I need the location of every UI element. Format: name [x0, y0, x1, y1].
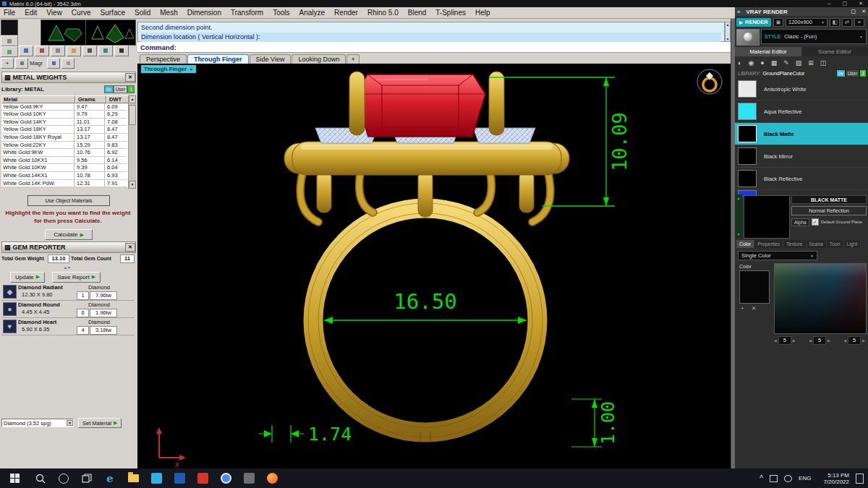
add-button[interactable]: + — [1, 58, 14, 69]
material-row[interactable]: Aqua Reflective — [735, 100, 868, 123]
style-thumbnail[interactable] — [736, 29, 760, 46]
menu-surface[interactable]: Surface — [101, 9, 125, 17]
tab-material-editor[interactable]: Material Editor — [735, 47, 801, 56]
checker-icon[interactable]: ▨ — [796, 59, 802, 67]
tool-button[interactable] — [1, 35, 18, 46]
material-row[interactable]: Black Mirror — [735, 145, 868, 168]
pencil-icon[interactable]: ✎ — [783, 59, 789, 67]
table-row[interactable]: White Gold:10KW9.396.04 — [1, 164, 136, 172]
dropdown-icon[interactable]: ▼ — [190, 67, 193, 72]
main-viewport[interactable]: Through Finger ▼ — [137, 64, 731, 468]
tool-button[interactable] — [51, 46, 65, 56]
table-row[interactable]: Yellow Gold:14KY11.017.08 — [1, 119, 136, 127]
tool-button[interactable] — [1, 46, 18, 57]
tab-perspective[interactable]: Perspective — [140, 54, 187, 64]
menu-tsplines[interactable]: T-Splines — [435, 9, 466, 17]
tool-button[interactable] — [114, 46, 129, 56]
toggle-user[interactable]: User — [846, 69, 860, 77]
menu-solid[interactable]: Solid — [135, 9, 150, 17]
material-row-selected[interactable]: Black Matte — [735, 123, 868, 145]
tab-scene-editor[interactable]: Scene Editor — [801, 47, 868, 56]
resolution-select[interactable]: 1200x900 ▼ — [786, 18, 827, 27]
tab-light[interactable]: Light — [844, 240, 861, 248]
material-row[interactable]: Anisotropic White — [735, 78, 868, 100]
table-row[interactable]: Yellow Gold:9KY9.476.09 — [1, 103, 136, 111]
r-spinner[interactable]: ◀5▶ — [774, 336, 796, 345]
toggle-0v[interactable]: 0v — [836, 69, 846, 77]
tool-button[interactable] — [82, 46, 97, 56]
toggle-user[interactable]: User — [114, 85, 128, 93]
scroll-thumb[interactable] — [129, 105, 136, 125]
close-metal-weights-icon[interactable]: ✕ — [125, 73, 135, 82]
color-gradient-picker[interactable] — [774, 263, 867, 334]
table-row[interactable]: White Gold:9KW10.766.92 — [1, 149, 136, 157]
cortana-button[interactable] — [52, 468, 75, 488]
table-scrollbar[interactable]: ▲ ▼ — [128, 95, 136, 189]
gem-list-item[interactable]: ◆ Diamond Radiant Diamond 12.30 X 9.80 1… — [1, 283, 135, 301]
grid-icon[interactable]: ▦ — [771, 59, 778, 67]
dock-icon[interactable]: ▢ — [851, 9, 856, 14]
tool-button[interactable] — [98, 46, 113, 56]
metal-weights-header[interactable]: ▤ METAL WEIGHTS ✕ — [1, 72, 136, 83]
tool-button-dark[interactable] — [1, 20, 18, 35]
material-preview[interactable] — [744, 195, 790, 239]
clock[interactable]: 5:13 PM 7/20/2022 — [823, 472, 849, 485]
language-indicator[interactable]: ENG — [799, 475, 811, 481]
history-icon[interactable]: ≡ — [854, 18, 864, 27]
menu-transform[interactable]: Transform — [231, 9, 263, 17]
menu-view[interactable]: View — [46, 9, 62, 17]
scroll-down-icon[interactable]: ▼ — [726, 37, 730, 41]
maximize-button[interactable]: ▢ — [843, 1, 848, 7]
tab-properties[interactable]: Properties — [754, 240, 783, 248]
menu-curve[interactable]: Curve — [72, 9, 91, 17]
refresh-icon[interactable]: ⇄ — [842, 18, 852, 27]
table-row[interactable]: White Gold:14K PdW12.317.91 — [1, 180, 136, 188]
command-history[interactable]: Second dimension point. Dimension locati… — [137, 22, 725, 42]
tool-button[interactable] — [19, 46, 33, 56]
word-taskbar-icon[interactable] — [168, 468, 191, 488]
splitter-up-icon[interactable]: ▲ — [737, 196, 741, 200]
color-mode-select[interactable]: Single Color ▼ — [738, 251, 817, 260]
normal-reflection-select[interactable]: Normal Reflection — [791, 206, 867, 215]
menu-render[interactable]: Render — [334, 9, 358, 17]
add-material-icon[interactable]: ⊞ — [808, 59, 814, 67]
tab-toon[interactable]: Toon — [827, 240, 844, 248]
chrome-taskbar-icon[interactable] — [214, 468, 237, 488]
firefox-taskbar-icon[interactable] — [260, 468, 284, 488]
menu-edit[interactable]: Edit — [25, 9, 37, 17]
eye-icon[interactable]: ◉ — [748, 59, 754, 67]
menu-dimension[interactable]: Dimension — [187, 9, 221, 17]
table-row[interactable]: Yellow Gold:22KY15.299.83 — [1, 142, 136, 150]
toggle-1[interactable]: 1 — [127, 85, 135, 93]
col-dwt[interactable]: DWT — [106, 95, 129, 103]
preview-splitter[interactable]: ▲ ▼ — [735, 194, 742, 238]
photoshop-taskbar-icon[interactable] — [191, 468, 214, 488]
volume-icon[interactable] — [784, 475, 792, 482]
viewport-label[interactable]: Through Finger ▼ — [141, 65, 196, 73]
layers-icon[interactable]: ◫ — [820, 59, 827, 67]
file-explorer-taskbar-icon[interactable] — [122, 468, 145, 488]
tab-through-finger[interactable]: Through Finger — [187, 54, 249, 64]
command-scrollbar[interactable]: ▲ ▼ — [725, 22, 731, 42]
tray-expand-chevron[interactable]: ^ — [760, 474, 763, 482]
render-button[interactable]: ▶ RENDER — [736, 18, 771, 27]
viewport-thumbnail-2[interactable] — [85, 20, 136, 46]
tab-scana[interactable]: Scana — [807, 240, 827, 248]
alpha-button[interactable]: Alpha — [791, 218, 809, 226]
collapse-panel-icon[interactable]: « — [737, 9, 740, 15]
tab-texture[interactable]: Texture — [783, 240, 806, 248]
tool-button[interactable] — [47, 58, 60, 69]
eyedropper-icon[interactable]: ◐ — [738, 59, 741, 67]
menu-help[interactable]: Help — [475, 9, 490, 17]
tool-button[interactable] — [67, 46, 81, 56]
sphere-icon[interactable]: ● — [760, 59, 764, 67]
camera-icon[interactable]: ▣ — [773, 18, 783, 27]
rhino-taskbar-icon[interactable] — [237, 468, 260, 488]
remove-color-icon[interactable]: ✕ — [752, 305, 757, 312]
materials-shortcut-icon[interactable]: ◧ — [830, 18, 840, 27]
col-metal[interactable]: Metal — [1, 95, 75, 103]
dropdown-icon[interactable]: ▼ — [67, 420, 73, 426]
b-spinner[interactable]: ◀5▶ — [843, 336, 865, 345]
notification-center-icon[interactable] — [856, 474, 864, 484]
search-button[interactable] — [29, 468, 52, 488]
